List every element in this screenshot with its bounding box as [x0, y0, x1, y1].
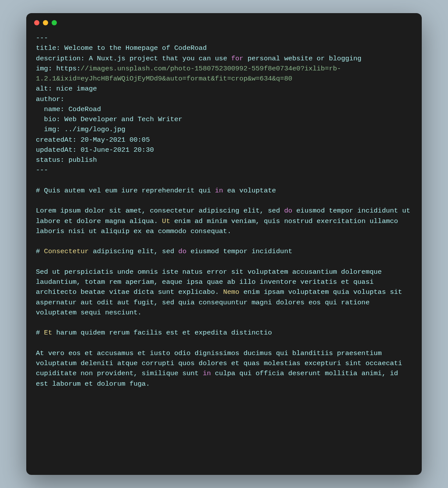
blank-line [36, 318, 412, 328]
blank-line [36, 196, 412, 206]
paragraph-1: Lorem ipsum dolor sit amet, consectetur … [36, 206, 412, 237]
fm-updatedAt: updatedAt: 01-June-2021 20:30 [36, 145, 412, 155]
blank-line [36, 257, 412, 267]
fm-status: status: publish [36, 155, 412, 165]
fm-author-name: name: CodeRoad [36, 105, 412, 115]
paragraph-3: At vero eos et accusamus et iusto odio d… [36, 349, 412, 389]
code-editor-window: ---title: Welcome to the Homepage of Cod… [26, 13, 422, 475]
code-content: ---title: Welcome to the Homepage of Cod… [26, 25, 422, 399]
fm-author-img: img: ../img/logo.jpg [36, 125, 412, 135]
heading-1: # Quis autem vel eum iure reprehenderit … [36, 186, 412, 196]
fm-description: description: A Nuxt.js project that you … [36, 54, 412, 64]
fm-createdAt: createdAt: 20-May-2021 00:05 [36, 135, 412, 145]
blank-line [36, 237, 412, 247]
frontmatter-close: --- [36, 165, 412, 175]
fm-alt: alt: nice image [36, 84, 412, 94]
minimize-icon[interactable] [43, 20, 48, 25]
fm-author-bio: bio: Web Developer and Tech Writer [36, 115, 412, 125]
blank-line [36, 176, 412, 186]
maximize-icon[interactable] [52, 20, 57, 25]
fm-img: img: https://images.unsplash.com/photo-1… [36, 64, 412, 84]
blank-line [36, 338, 412, 349]
heading-2: # Consectetur adipiscing elit, sed do ei… [36, 247, 412, 257]
window-titlebar [26, 13, 422, 25]
frontmatter-open: --- [36, 33, 412, 43]
fm-author: author: [36, 94, 412, 105]
fm-title: title: Welcome to the Homepage of CodeRo… [36, 43, 412, 53]
paragraph-2: Sed ut perspiciatis unde omnis iste natu… [36, 267, 412, 318]
close-icon[interactable] [34, 20, 39, 25]
heading-3: # Et harum quidem rerum facilis est et e… [36, 328, 412, 338]
